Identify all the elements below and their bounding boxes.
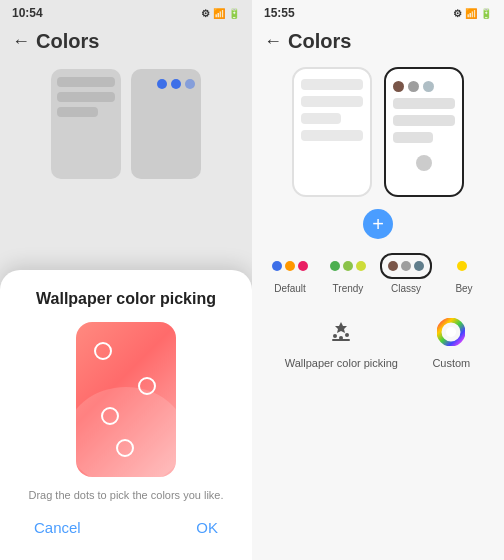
prev-bar	[301, 130, 363, 141]
theme-dot	[414, 261, 424, 271]
prev-dot-3	[423, 81, 434, 92]
phone-preview-area	[252, 61, 504, 203]
add-button-area: +	[252, 209, 504, 239]
right-status-icons: ⚙ 📶 🔋	[453, 8, 492, 19]
custom-option[interactable]: Custom	[431, 312, 471, 369]
left-panel: 10:54 ⚙ 📶 🔋 ← Colors Wallpaper color pic…	[0, 0, 252, 560]
right-time: 15:55	[264, 6, 295, 20]
sheet-actions: Cancel OK	[16, 515, 236, 540]
sheet-title: Wallpaper color picking	[16, 290, 236, 308]
prev-dot-2	[408, 81, 419, 92]
battery-icon: 🔋	[480, 8, 492, 19]
svg-point-3	[345, 333, 349, 337]
svg-point-2	[339, 336, 343, 340]
cancel-button[interactable]: Cancel	[26, 515, 89, 540]
themes-grid: Default Trendy Classy Bey	[252, 245, 504, 302]
ok-button[interactable]: OK	[188, 515, 226, 540]
prev-bar	[393, 132, 433, 143]
prev-bar	[301, 113, 341, 124]
theme-dots-trendy	[322, 253, 374, 279]
theme-dot	[343, 261, 353, 271]
prev-bar	[301, 96, 363, 107]
bottom-sheet: Wallpaper color picking Drag the dots to…	[0, 270, 252, 560]
gear-icon: ⚙	[201, 8, 210, 19]
color-wheel-icon	[431, 312, 471, 352]
signal-icon: 📶	[465, 8, 477, 19]
mock-dot-3	[185, 79, 195, 89]
theme-dots-default	[264, 253, 316, 279]
signal-icon: 📶	[213, 8, 225, 19]
prev-dots	[393, 81, 455, 92]
bottom-options: Wallpaper color picking	[252, 302, 504, 379]
theme-dot	[356, 261, 366, 271]
center-dot	[416, 155, 432, 171]
left-status-bar: 10:54 ⚙ 📶 🔋	[0, 0, 252, 26]
prev-bar	[301, 79, 363, 90]
theme-dot	[401, 261, 411, 271]
mock-bar	[57, 92, 115, 102]
wallpaper-picker-visual[interactable]	[76, 322, 176, 477]
theme-dot	[388, 261, 398, 271]
theme-item-trendy[interactable]: Trendy	[322, 253, 374, 294]
left-mock-phone-2	[131, 69, 201, 179]
theme-dot	[272, 261, 282, 271]
left-phone-mockups	[0, 61, 252, 187]
mock-bar	[57, 77, 115, 87]
svg-point-5	[446, 327, 456, 337]
right-panel: 15:55 ⚙ 📶 🔋 ← Colors	[252, 0, 504, 560]
theme-label-bey: Bey	[455, 283, 472, 294]
theme-label-classy: Classy	[391, 283, 421, 294]
theme-dots-bey	[449, 253, 479, 279]
mock-dot-2	[171, 79, 181, 89]
wallpaper-icon	[321, 312, 361, 352]
right-status-bar: 15:55 ⚙ 📶 🔋	[252, 0, 504, 26]
right-back-button[interactable]: ←	[264, 31, 282, 52]
theme-label-default: Default	[274, 283, 306, 294]
drag-hint: Drag the dots to pick the colors you lik…	[16, 489, 236, 501]
left-mock-phone-1	[51, 69, 121, 179]
mock-bar	[57, 107, 98, 117]
picker-dot-3[interactable]	[101, 407, 119, 425]
theme-dot	[330, 261, 340, 271]
left-page-title: Colors	[36, 30, 99, 53]
right-top-bar: ← Colors	[252, 26, 504, 61]
picker-dot-1[interactable]	[94, 342, 112, 360]
left-top-bar: ← Colors	[0, 26, 252, 61]
mock-dot-1	[157, 79, 167, 89]
custom-option-label: Custom	[432, 357, 470, 369]
preview-phone-2[interactable]	[384, 67, 464, 197]
wallpaper-option-label: Wallpaper color picking	[285, 357, 398, 369]
theme-dot	[298, 261, 308, 271]
prev-bar	[393, 115, 455, 126]
back-button[interactable]: ←	[12, 31, 30, 52]
battery-icon: 🔋	[228, 8, 240, 19]
svg-point-1	[333, 334, 337, 338]
theme-dot	[285, 261, 295, 271]
wallpaper-color-option[interactable]: Wallpaper color picking	[285, 312, 398, 369]
left-status-icons: ⚙ 📶 🔋	[201, 8, 240, 19]
mock-dots	[137, 79, 195, 89]
theme-label-trendy: Trendy	[333, 283, 364, 294]
theme-dots-classy	[380, 253, 432, 279]
picker-dot-4[interactable]	[116, 439, 134, 457]
add-theme-button[interactable]: +	[363, 209, 393, 239]
theme-item-bey[interactable]: Bey	[438, 253, 490, 294]
theme-item-default[interactable]: Default	[264, 253, 316, 294]
left-time: 10:54	[12, 6, 43, 20]
picker-wave	[76, 387, 176, 477]
preview-phone-1[interactable]	[292, 67, 372, 197]
theme-dot	[457, 261, 467, 271]
prev-bar	[393, 98, 455, 109]
right-page-title: Colors	[288, 30, 351, 53]
prev-dot-1	[393, 81, 404, 92]
picker-dot-2[interactable]	[138, 377, 156, 395]
gear-icon: ⚙	[453, 8, 462, 19]
theme-item-classy[interactable]: Classy	[380, 253, 432, 294]
